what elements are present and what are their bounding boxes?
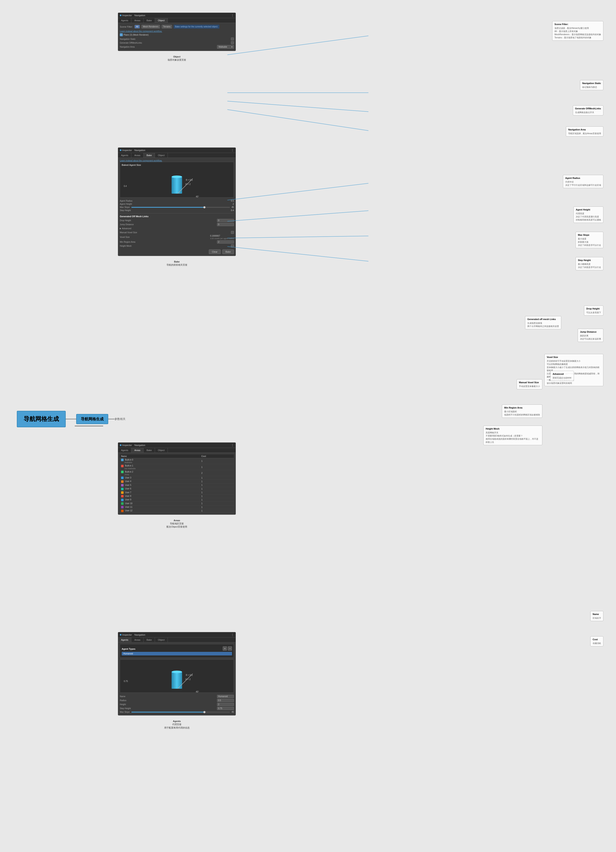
area-row: User 7 1 <box>120 491 234 494</box>
agents-step-height-input[interactable] <box>217 707 234 710</box>
area-name-cell: User 6 <box>120 487 200 491</box>
panel-tabs: Agents Areas Bake Object <box>118 18 236 23</box>
bake-tab-bake[interactable]: Bake <box>143 153 155 158</box>
agents-tab-bake[interactable]: Bake <box>143 637 155 642</box>
clear-button[interactable]: Clear <box>209 249 221 254</box>
callout-scene-filter: Scene Filter: 场景过滤器，配合Hierarchy窗口使用 All：… <box>552 21 603 41</box>
tab-bake[interactable]: Bake <box>143 18 155 23</box>
callout-manual-voxel: Manual Voxel Size 手动设置亚体像素大小 <box>517 379 542 389</box>
max-slope-label: Max Slope <box>120 206 130 208</box>
area-cost-cell[interactable]: 1 <box>200 480 234 483</box>
area-row: Built-in 1Not Walkable 1 <box>120 464 234 470</box>
max-slope-thumb[interactable] <box>203 206 205 208</box>
areas-tab-object[interactable]: Object <box>155 448 168 453</box>
voxel-size-label: Voxel Size <box>120 236 130 238</box>
area-cost-cell[interactable]: 1 <box>200 505 234 509</box>
area-cost-cell[interactable]: 1 <box>200 458 234 464</box>
agents-tab-areas[interactable]: Areas <box>131 637 143 642</box>
area-cost-cell[interactable]: 1 <box>200 476 234 480</box>
step-height-label: Step Height <box>120 209 131 211</box>
height-mesh-label: Height Mesh <box>120 245 132 247</box>
manual-voxel-checkbox[interactable] <box>231 231 234 234</box>
bake-button[interactable]: Bake <box>222 249 234 254</box>
component-workflow-link[interactable]: Learn instead about the component workfl… <box>120 30 162 32</box>
bake-workflow-link[interactable]: Learn instead about the component workfl… <box>120 160 234 162</box>
agent-height-value: 2 <box>233 203 234 205</box>
main-title-area: 导航网格生成 导航网格生成 参数相关 <box>17 411 125 427</box>
agents-tab-agents[interactable]: Agents <box>118 637 131 642</box>
area-color-icon <box>121 480 124 483</box>
height-mesh-checkbox[interactable] <box>231 245 234 247</box>
areas-panel-menu[interactable]: ⋮ <box>231 444 234 447</box>
min-region-input[interactable] <box>217 240 234 243</box>
areas-tab-bake[interactable]: Bake <box>143 448 155 453</box>
advanced-toggle[interactable]: Advanced <box>120 227 234 230</box>
area-row: User 8 1 <box>120 494 234 498</box>
agent-visual: 0.4 R = 0.5 H = 2 45° <box>122 168 232 193</box>
humanoid-agent-item[interactable]: Humanoid <box>122 652 232 656</box>
agents-height-input[interactable] <box>217 703 234 706</box>
area-color-icon <box>121 495 124 497</box>
panel-menu-btn[interactable]: ⋮ <box>231 14 234 17</box>
area-cost-cell[interactable]: 1 <box>200 502 234 505</box>
remove-agent-btn[interactable]: − <box>228 647 232 651</box>
area-name-cell: User 4 <box>120 480 200 483</box>
area-cost-cell[interactable]: 1 <box>200 464 234 470</box>
nav-area-label: Navigation Area <box>120 46 135 48</box>
nav-static-checkbox[interactable] <box>231 38 234 41</box>
bake-panel-menu[interactable]: ⋮ <box>231 148 234 152</box>
bake-tab-object[interactable]: Object <box>155 153 168 158</box>
area-cost-cell[interactable]: 1 <box>200 491 234 494</box>
agents-name-input[interactable] <box>217 695 234 698</box>
agents-tab-object[interactable]: Object <box>155 637 168 642</box>
area-color-icon <box>121 465 124 467</box>
callout-voxel-size: Voxel Size 开启烘焙前可手动设置亚体像素大小 可以控制网格的像精度 亚… <box>544 354 603 386</box>
area-color-icon <box>121 506 124 508</box>
area-cost-cell[interactable]: 1 <box>200 487 234 491</box>
areas-panel-caption: Areas 导航地区页签 配合Object页签使用 <box>118 519 236 529</box>
area-cost-cell[interactable]: 1 <box>200 483 234 487</box>
gen-offmesh-checkbox[interactable] <box>231 41 234 44</box>
agents-panel-menu[interactable]: ⋮ <box>231 633 234 636</box>
svg-line-4 <box>227 101 368 112</box>
inspector-header-bake: Inspector <box>120 149 132 151</box>
filter-all-btn[interactable]: All <box>134 25 140 29</box>
area-cost-cell[interactable]: 1 <box>200 498 234 502</box>
tab-areas[interactable]: Areas <box>131 18 143 23</box>
area-name-cell: Built-in 2Jump <box>120 470 200 476</box>
filter-mesh-btn[interactable]: Mesh Renderers <box>142 25 160 29</box>
area-cost-cell[interactable]: 1 <box>200 509 234 513</box>
areas-tab-areas[interactable]: Areas <box>131 448 143 453</box>
add-agent-btn[interactable]: + <box>223 647 227 651</box>
nav-area-dropdown[interactable]: Walkable ▾ <box>217 45 234 49</box>
agents-max-slope-slider[interactable] <box>131 712 230 713</box>
max-slope-slider[interactable] <box>131 207 230 208</box>
object-panel: Inspector Navigation ⋮ Agents Areas Bake… <box>118 13 236 62</box>
agents-max-slope-thumb[interactable] <box>203 711 205 713</box>
area-row: User 12 1 <box>120 509 234 513</box>
agents-max-slope-value: 45 <box>232 711 234 713</box>
svg-line-2 <box>227 36 368 55</box>
bake-tab-agents[interactable]: Agents <box>118 153 131 158</box>
agents-radius-input[interactable] <box>217 699 234 702</box>
jump-distance-input[interactable] <box>217 223 234 226</box>
filter-terrains-btn[interactable]: Terrains <box>162 25 172 29</box>
bake-tab-areas[interactable]: Areas <box>131 153 143 158</box>
baked-agent-section: Baked Agent Size 0.4 R = 0.5 H = 2 45 <box>120 162 234 198</box>
area-cost-cell[interactable]: 2 <box>200 470 234 476</box>
bake-panel: Inspector Navigation ⋮ Agents Areas Bake… <box>118 148 236 267</box>
callout-nav-static: Navigation Static 标记物体为静态 <box>580 80 603 90</box>
name-column-header: Name <box>120 455 200 458</box>
area-cost-cell[interactable]: 1 <box>200 494 234 498</box>
voxel-size-value: 0.1666667 <box>210 235 234 237</box>
area-color-icon <box>121 499 124 501</box>
agents-radius-label: Radius <box>120 699 127 702</box>
areas-tab-agents[interactable]: Agents <box>118 448 131 453</box>
callout-step-height: Step Height 最小楼梯高度决定了斜面是否可以行走 <box>575 257 603 270</box>
tab-agents[interactable]: Agents <box>118 18 131 23</box>
areas-table: Name Cost Built-in 0Walkable 1 Built-in … <box>120 455 234 513</box>
area-name-cell: User 3 <box>120 476 200 480</box>
agent-types-section: Agent Types + − Humanoid <box>120 644 234 658</box>
tab-object[interactable]: Object <box>155 18 168 23</box>
drop-height-input[interactable] <box>217 219 234 222</box>
